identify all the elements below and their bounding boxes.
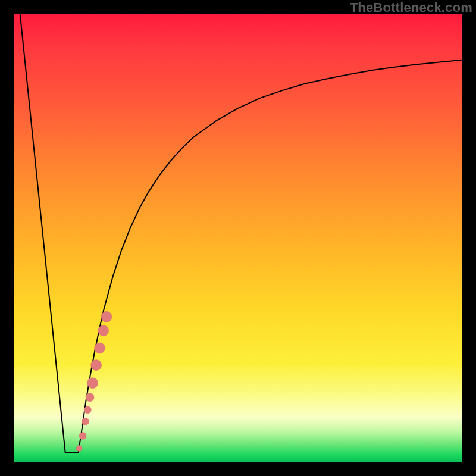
highlight-dot <box>98 325 109 336</box>
curve-overlay <box>14 14 462 462</box>
highlight-dot <box>101 311 112 322</box>
chart-frame: TheBottleneck.com <box>0 0 476 476</box>
bottleneck-curve <box>20 14 462 453</box>
highlight-dot <box>79 432 86 439</box>
watermark-text: TheBottleneck.com <box>350 0 472 15</box>
plot-area <box>14 14 462 462</box>
highlight-dot <box>91 360 102 371</box>
highlight-dot <box>84 406 91 414</box>
highlight-dot <box>95 343 105 353</box>
highlight-dot <box>76 445 82 451</box>
highlight-dot <box>86 393 94 402</box>
highlight-dot <box>82 418 89 425</box>
highlight-dot <box>87 378 98 389</box>
